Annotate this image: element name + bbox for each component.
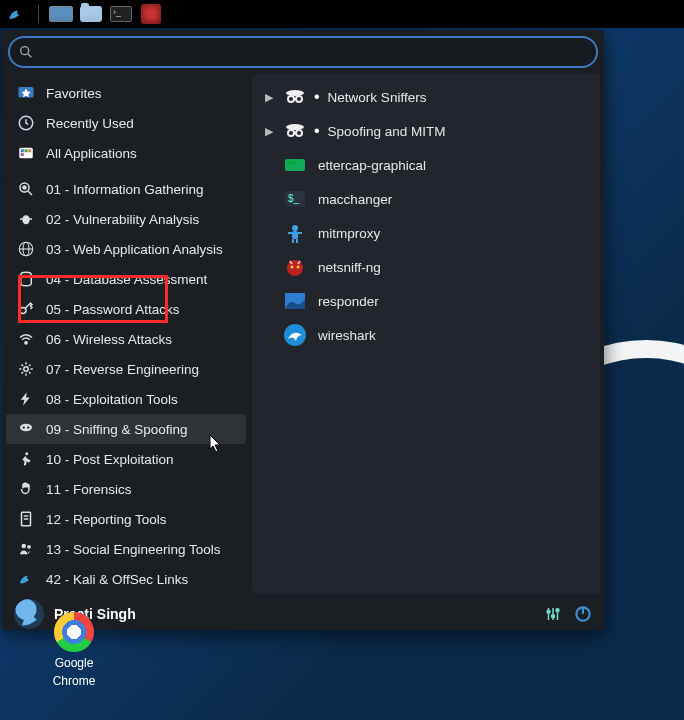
cat-sniffing[interactable]: 09 - Sniffing & Spoofing xyxy=(6,414,246,444)
svg-point-0 xyxy=(21,47,29,55)
power-icon xyxy=(573,604,593,624)
svg-point-52 xyxy=(297,266,300,269)
globe-icon xyxy=(16,239,36,259)
svg-point-25 xyxy=(25,452,28,455)
app-label: mitmproxy xyxy=(318,226,380,241)
cat-social[interactable]: 13 - Social Engineering Tools xyxy=(6,534,246,564)
view-favorites[interactable]: Favorites xyxy=(6,78,246,108)
svg-rect-40 xyxy=(287,161,291,164)
view-favorites-label: Favorites xyxy=(46,86,102,101)
cat-reporting[interactable]: 12 - Reporting Tools xyxy=(6,504,246,534)
svg-rect-39 xyxy=(285,159,305,171)
chrome-label-2: Chrome xyxy=(53,674,96,688)
view-all-applications[interactable]: All Applications xyxy=(6,138,246,168)
cat-label: 04 - Database Assessment xyxy=(46,272,207,287)
gear-icon xyxy=(16,359,36,379)
cat-post-exploitation[interactable]: 10 - Post Exploitation xyxy=(6,444,246,474)
chrome-icon xyxy=(54,612,94,652)
chrome-label-1: Google xyxy=(55,656,94,670)
app-mitmproxy[interactable]: mitmproxy xyxy=(256,216,596,250)
app-ettercap[interactable]: ettercap-graphical xyxy=(256,148,596,182)
cat-label: 10 - Post Exploitation xyxy=(46,452,174,467)
cat-database[interactable]: 04 - Database Assessment xyxy=(6,264,246,294)
svg-point-12 xyxy=(22,215,30,224)
svg-rect-48 xyxy=(292,239,294,243)
svg-point-24 xyxy=(27,426,29,428)
svg-point-31 xyxy=(286,90,304,96)
cat-label: 01 - Information Gathering xyxy=(46,182,204,197)
db-icon xyxy=(16,269,36,289)
cat-label: 11 - Forensics xyxy=(46,482,132,497)
view-recently-used-label: Recently Used xyxy=(46,116,134,131)
svg-rect-7 xyxy=(28,149,31,152)
svg-point-23 xyxy=(23,426,25,428)
run-icon xyxy=(16,449,36,469)
dragon-icon[interactable] xyxy=(4,4,28,24)
applications-panel: ▶ • Network Sniffers ▶ • Spoofing and MI… xyxy=(252,74,600,594)
cat-forensics[interactable]: 11 - Forensics xyxy=(6,474,246,504)
sub-network-sniffers[interactable]: ▶ • Network Sniffers xyxy=(256,80,596,114)
doc-icon xyxy=(16,509,36,529)
cat-web-application[interactable]: 03 - Web Application Analysis xyxy=(6,234,246,264)
separator xyxy=(38,5,39,23)
svg-point-44 xyxy=(292,225,298,231)
chevron-right-icon: ▶ xyxy=(262,125,276,138)
svg-point-19 xyxy=(20,308,26,314)
wave-icon xyxy=(282,288,308,314)
cat-information-gathering[interactable]: 01 - Information Gathering xyxy=(6,174,246,204)
desktop-icon-chrome[interactable]: Google Chrome xyxy=(44,612,104,688)
svg-rect-49 xyxy=(296,239,298,243)
spy-icon xyxy=(282,118,308,144)
power-button[interactable] xyxy=(570,601,596,627)
cat-reverse[interactable]: 07 - Reverse Engineering xyxy=(6,354,246,384)
cat-label: 03 - Web Application Analysis xyxy=(46,242,223,257)
folder-icon[interactable] xyxy=(79,4,103,24)
cat-exploitation[interactable]: 08 - Exploitation Tools xyxy=(6,384,246,414)
app-macchanger[interactable]: $_ macchanger xyxy=(256,182,596,216)
svg-point-58 xyxy=(552,615,555,618)
hand-icon xyxy=(16,479,36,499)
avatar[interactable] xyxy=(14,599,44,629)
cat-vulnerability-analysis[interactable]: 02 - Vulnerability Analysis xyxy=(6,204,246,234)
shield-icon[interactable] xyxy=(139,4,163,24)
search-input[interactable] xyxy=(34,45,596,60)
cat-label: 42 - Kali & OffSec Links xyxy=(46,572,188,587)
svg-point-37 xyxy=(296,130,302,136)
cat-label: 06 - Wireless Attacks xyxy=(46,332,172,347)
views-section: Favorites Recently Used All Applications xyxy=(6,74,246,174)
app-wireshark[interactable]: wireshark xyxy=(256,318,596,352)
app-label: macchanger xyxy=(318,192,392,207)
cat-links[interactable]: 42 - Kali & OffSec Links xyxy=(6,564,246,594)
categories-list: 01 - Information Gathering 02 - Vulnerab… xyxy=(6,174,246,594)
svg-rect-47 xyxy=(298,232,302,234)
cat-wireless[interactable]: 06 - Wireless Attacks xyxy=(6,324,246,354)
sub-label: Spoofing and MITM xyxy=(328,124,446,139)
svg-text:$_: $_ xyxy=(288,193,300,204)
view-recently-used[interactable]: Recently Used xyxy=(6,108,246,138)
terminal-icon[interactable] xyxy=(109,4,133,24)
window-icon[interactable] xyxy=(49,4,73,24)
cat-password[interactable]: 05 - Password Attacks xyxy=(6,294,246,324)
terminal-app-icon: $_ xyxy=(282,186,308,212)
app-label: responder xyxy=(318,294,379,309)
devil-icon xyxy=(282,254,308,280)
username: Preeti Singh xyxy=(54,606,536,622)
cat-label: 05 - Password Attacks xyxy=(46,302,180,317)
cat-label: 08 - Exploitation Tools xyxy=(46,392,178,407)
magnifier-icon xyxy=(16,179,36,199)
settings-button[interactable] xyxy=(540,601,566,627)
app-netsniff[interactable]: netsniff-ng xyxy=(256,250,596,284)
person-icon xyxy=(282,220,308,246)
cat-label: 12 - Reporting Tools xyxy=(46,512,167,527)
search-bar[interactable] xyxy=(8,36,598,68)
svg-point-22 xyxy=(20,424,32,432)
sub-label: Network Sniffers xyxy=(328,90,427,105)
svg-point-30 xyxy=(27,545,31,549)
svg-point-36 xyxy=(288,130,294,136)
grid-icon xyxy=(16,143,36,163)
bug-icon xyxy=(16,209,36,229)
app-responder[interactable]: responder xyxy=(256,284,596,318)
chevron-right-icon: ▶ xyxy=(262,91,276,104)
svg-line-1 xyxy=(28,54,31,57)
sub-spoofing-mitm[interactable]: ▶ • Spoofing and MITM xyxy=(256,114,596,148)
